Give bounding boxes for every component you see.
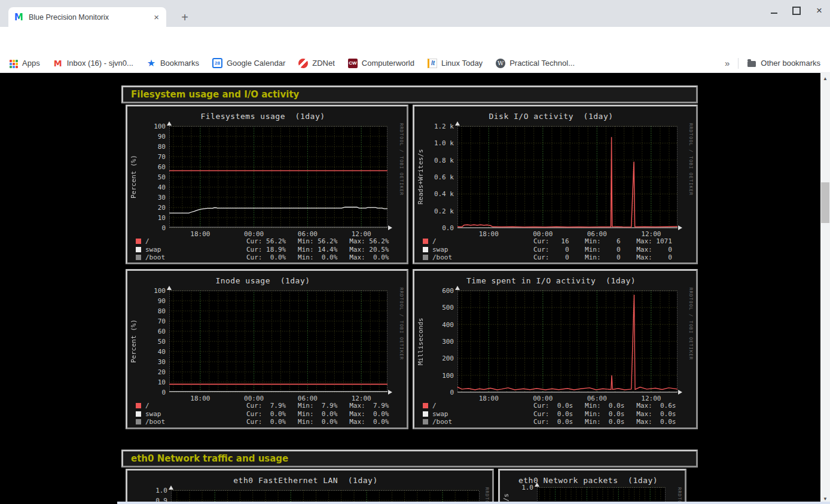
bookmark-label: Inbox (16) - sjvn0... [67, 59, 133, 68]
legend-color-swatch [423, 247, 428, 252]
legend-row: swapCur: 0.0s Min: 0.0s Max: 0.0s [423, 410, 691, 419]
legend-stats: Cur: 0.0% Min: 0.0% Max: 0.0% [246, 418, 389, 426]
page-scrollbar[interactable]: ▲ ▼ [820, 73, 830, 504]
bookmark-zdnet[interactable]: ZDNet [298, 59, 335, 68]
section-header-network: eth0 Network traffic and usage [121, 450, 698, 468]
legend-stats: Cur: 0.0s Min: 0.0s Max: 0.0s [533, 410, 676, 418]
other-bookmarks-label: Other bookmarks [761, 59, 820, 68]
folder-icon [747, 61, 756, 67]
bookmark-practical-technol[interactable]: WPractical Technol... [496, 59, 575, 68]
section-header-filesystem: Filesystem usage and I/O activity [121, 85, 698, 103]
legend-label: /boot [145, 253, 165, 261]
y-axis-ticks: 1009080706050403020100 [131, 291, 166, 392]
legend-label: / [432, 402, 437, 410]
legend-color-swatch [136, 411, 141, 417]
chart-title: eth0 FastEthernet LAN (1day) [127, 476, 484, 485]
legend-stats: Cur: 0.0% Min: 0.0% Max: 0.0% [246, 253, 389, 261]
y-axis-arrow-icon [535, 482, 539, 487]
bookmark-inbox-16-sjvn0[interactable]: MInbox (16) - sjvn0... [53, 59, 133, 68]
page-content: Filesystem usage and I/O activity Filesy… [0, 73, 820, 504]
legend-label: swap [432, 410, 448, 418]
rrdtool-watermark: RRDTOOL / TOBI OETIKER [688, 123, 694, 196]
chart-title: Filesystems usage (1day) [127, 112, 398, 121]
legend-row: /Cur: 56.2% Min: 56.2% Max: 56.2% [136, 237, 402, 246]
chart-plot: 100908070605040302010018:0000:0006:0012:… [169, 291, 387, 392]
legend-stats: Cur: 0.0s Min: 0.0s Max: 0.0s [533, 418, 676, 426]
lt-icon: lt [428, 59, 437, 68]
y-axis-ticks: 1.2 k1.0 k0.8 k0.6 k0.4 k0.2 k0.0 [419, 126, 454, 228]
y-axis-arrow-icon [169, 485, 173, 490]
y-axis-ticks: 1009080706050403020100 [131, 126, 166, 228]
bookmarks-bar: AppsMInbox (16) - sjvn0...★Bookmarks28Go… [0, 54, 830, 73]
bookmark-linux-today[interactable]: ltLinux Today [428, 59, 483, 68]
legend-stats: Cur: 0.0% Min: 0.0% Max: 0.0% [246, 410, 389, 418]
tab-close-icon[interactable]: × [152, 12, 160, 22]
rrdtool-watermark: RRDTOOL / TOBI OETIKER [399, 123, 404, 196]
chart-plot: 1.2 k1.0 k0.8 k0.6 k0.4 k0.2 k0.018:0000… [457, 126, 678, 228]
tab-title: Blue Precision Monitorix [29, 13, 152, 22]
legend-color-swatch [136, 247, 141, 252]
legend-color-swatch [136, 419, 141, 424]
bookmark-bookmarks[interactable]: ★Bookmarks [147, 59, 199, 68]
apps-icon [8, 59, 18, 68]
legend-label: / [145, 402, 149, 410]
x-axis-arrow-icon [678, 225, 682, 230]
rrdtool-watermark: RRDTOOL / TOBI OETIKER [399, 288, 404, 360]
y-axis-arrow-icon [455, 286, 460, 290]
gmail-icon: M [53, 59, 63, 68]
scroll-up-icon[interactable]: ▲ [820, 74, 830, 83]
browser-titlebar: M Blue Precision Monitorix × + × [0, 0, 830, 27]
legend-row: swapCur: 0 Min: 0 Max: 0 [423, 246, 691, 254]
bookmark-apps[interactable]: Apps [8, 59, 40, 68]
legend-row: /Cur: 0.0s Min: 0.0s Max: 0.6s [423, 402, 691, 410]
chart-panel-time-io: Time spent in I/O activity (1day) Millis… [413, 269, 698, 429]
y-axis-arrow-icon [167, 286, 172, 290]
legend-row: /Cur: 7.9% Min: 7.9% Max: 7.9% [136, 402, 402, 410]
bookmark-google-calendar[interactable]: 28Google Calendar [212, 58, 285, 68]
legend-stats: Cur: 16 Min: 6 Max: 1071 [533, 237, 672, 245]
bookmarks-overflow-chevron[interactable]: » [725, 58, 730, 68]
scrollbar-thumb[interactable] [821, 182, 829, 223]
chart-legend: /Cur: 16 Min: 6 Max: 1071swapCur: 0 Min:… [423, 237, 691, 262]
y-axis-arrow-icon [167, 121, 172, 126]
legend-row: /bootCur: 0.0s Min: 0.0s Max: 0.0s [423, 418, 691, 426]
chart-plot: 100908070605040302010018:0000:0006:0012:… [169, 126, 387, 228]
section-title: eth0 Network traffic and usage [131, 453, 288, 464]
window-close-button[interactable]: × [814, 6, 824, 16]
legend-label: swap [145, 246, 161, 253]
chart-legend: /Cur: 0.0s Min: 0.0s Max: 0.6sswapCur: 0… [423, 402, 691, 426]
legend-stats: Cur: 7.9% Min: 7.9% Max: 7.9% [246, 402, 389, 410]
chart-panel-eth0-packets: eth0 Network packets (1day) Packets/s 1.… [498, 469, 686, 504]
chart-plot: 600500400300200100018:0000:0006:0012:00 [457, 291, 678, 392]
x-axis-arrow-icon [678, 390, 682, 395]
legend-label: swap [145, 410, 161, 418]
window-minimize-button[interactable] [769, 6, 779, 16]
monitorix-favicon: M [14, 12, 23, 23]
x-axis-arrow-icon [388, 390, 392, 395]
legend-color-swatch [423, 239, 428, 244]
bookmark-computerworld[interactable]: CWComputerworld [348, 59, 414, 68]
window-maximize-button[interactable] [792, 6, 801, 16]
legend-color-swatch [423, 411, 428, 417]
y-axis-arrow-icon [455, 121, 460, 126]
bookmark-label: Bookmarks [160, 59, 199, 68]
legend-row: swapCur: 18.9% Min: 14.4% Max: 20.5% [136, 246, 402, 254]
other-bookmarks-button[interactable]: Other bookmarks [747, 59, 820, 68]
chart-panel-filesystems-usage: Filesystems usage (1day) Percent (%) 100… [126, 105, 408, 264]
legend-row: /bootCur: 0 Min: 0 Max: 0 [423, 253, 691, 262]
legend-color-swatch [136, 403, 141, 408]
legend-row: /bootCur: 0.0% Min: 0.0% Max: 0.0% [136, 253, 402, 262]
chart-legend: /Cur: 7.9% Min: 7.9% Max: 7.9%swapCur: 0… [136, 402, 402, 426]
bookmark-label: Computerworld [362, 59, 414, 68]
bookmark-label: Google Calendar [227, 59, 285, 68]
legend-color-swatch [136, 239, 141, 244]
chart-panel-eth0-lan: eth0 FastEthernet LAN (1day) 1.00.90.80.… [126, 469, 494, 504]
legend-label: /boot [432, 253, 452, 261]
x-axis-arrow-icon [388, 225, 392, 230]
legend-color-swatch [423, 255, 428, 260]
legend-row: /Cur: 16 Min: 6 Max: 1071 [423, 237, 691, 246]
star-icon: ★ [147, 59, 156, 68]
new-tab-button[interactable]: + [177, 10, 193, 25]
chart-panel-inode-usage: Inode usage (1day) Percent (%) 100908070… [126, 269, 408, 429]
browser-tab[interactable]: M Blue Precision Monitorix × [8, 7, 166, 27]
